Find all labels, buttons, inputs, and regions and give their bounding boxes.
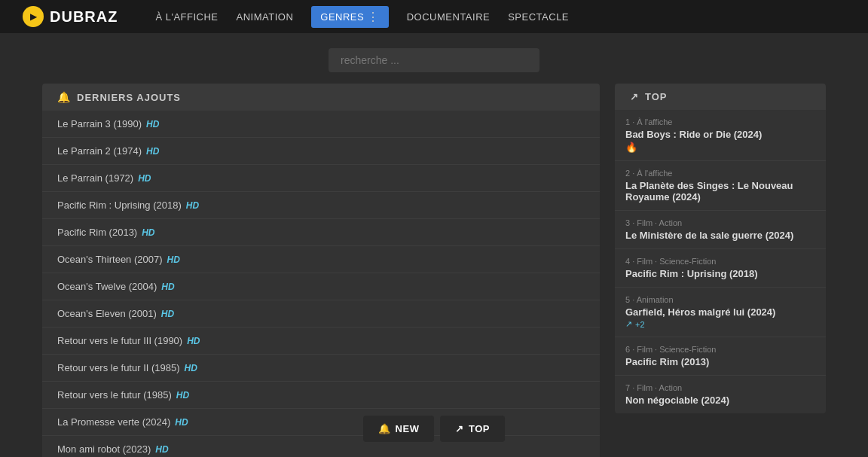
hd-badge: HD <box>176 390 189 401</box>
derniers-ajouts-title: DERNIERS AJOUTS <box>77 92 181 103</box>
nav-link-affiche[interactable]: À L'AFFICHE <box>155 11 218 23</box>
list-item[interactable]: Ocean's Eleven (2001) HD <box>42 300 600 328</box>
hd-badge: HD <box>161 282 174 292</box>
top-item-meta: 5 · Animation <box>625 295 815 304</box>
bell-icon: 🔔 <box>57 91 71 103</box>
trend-icon-sticky: ↗ <box>455 423 464 434</box>
movie-title: Retour vers le futur III (1990) <box>57 335 182 346</box>
top-list-item[interactable]: 2 · À l'affiche La Planète des Singes : … <box>615 161 826 211</box>
list-item[interactable]: La Promesse verte (2024) HD <box>42 409 600 436</box>
hd-badge: HD <box>138 173 151 184</box>
movie-title: Retour vers le futur (1985) <box>57 389 172 401</box>
sticky-bottom-bar: 🔔 NEW ↗ TOP <box>363 416 505 442</box>
movie-title: Mon ami robot (2023) <box>57 443 151 455</box>
derniers-ajouts-section: 🔔 DERNIERS AJOUTS Le Parrain 3 (1990) HD… <box>42 84 600 457</box>
top-item-title: Non négociable (2024) <box>625 395 815 406</box>
top-item-meta: 6 · Film · Science-Fiction <box>625 345 815 354</box>
navbar: DUBRAZ À L'AFFICHE ANIMATION GENRES ⋮ DO… <box>0 0 868 33</box>
search-bar-wrapper <box>0 33 868 84</box>
hd-badge: HD <box>146 119 159 129</box>
top-list-item[interactable]: 6 · Film · Science-Fiction Pacific Rim (… <box>615 337 826 376</box>
top-item-title: Pacific Rim (2013) <box>625 356 815 367</box>
hd-badge: HD <box>175 417 188 428</box>
hd-badge: HD <box>142 227 154 238</box>
trending-icon: ↗ <box>630 91 639 102</box>
sticky-new-button[interactable]: 🔔 NEW <box>363 416 434 442</box>
hd-badge: HD <box>161 309 174 319</box>
list-item[interactable]: Retour vers le futur II (1985) HD <box>42 355 600 382</box>
top-item-title: La Planète des Singes : Le Nouveau Royau… <box>625 180 815 203</box>
hd-badge: HD <box>167 254 180 265</box>
list-item[interactable]: Pacific Rim : Uprising (2018) HD <box>42 192 600 219</box>
movie-list: Le Parrain 3 (1990) HDLe Parrain 2 (1974… <box>42 111 600 457</box>
movie-title: Le Parrain 2 (1974) <box>57 145 142 157</box>
nav-link-documentaire[interactable]: DOCUMENTAIRE <box>407 11 490 23</box>
top-label: TOP <box>469 423 490 434</box>
list-item[interactable]: Pacific Rim (2013) HD <box>42 219 600 246</box>
main-content: 🔔 DERNIERS AJOUTS Le Parrain 3 (1990) HD… <box>20 84 848 457</box>
movie-title: Pacific Rim : Uprising (2018) <box>57 200 182 211</box>
new-label: NEW <box>396 423 420 434</box>
top-list-item[interactable]: 5 · Animation Garfield, Héros malgré lui… <box>615 288 826 337</box>
movie-title: Retour vers le futur II (1985) <box>57 362 180 373</box>
hd-badge: HD <box>155 444 168 455</box>
top-list-item[interactable]: 4 · Film · Science-Fiction Pacific Rim :… <box>615 249 826 288</box>
top-item-title: Pacific Rim : Uprising (2018) <box>625 268 815 279</box>
movie-title: Ocean's Thirteen (2007) <box>57 254 163 265</box>
nav-link-spectacle[interactable]: SPECTACLE <box>508 11 569 23</box>
list-item[interactable]: Mon ami robot (2023) HD <box>42 436 600 457</box>
top-item-meta: 7 · Film · Action <box>625 383 815 392</box>
list-item[interactable]: Ocean's Thirteen (2007) HD <box>42 246 600 273</box>
bell-icon-sticky: 🔔 <box>378 423 391 434</box>
nav-link-genres[interactable]: GENRES ⋮ <box>311 6 388 28</box>
sticky-top-button[interactable]: ↗ TOP <box>440 416 505 442</box>
top-title: TOP <box>645 91 668 102</box>
logo-icon <box>23 6 44 27</box>
nav-link-animation[interactable]: ANIMATION <box>237 11 294 23</box>
top-item-meta: 4 · Film · Science-Fiction <box>625 257 815 266</box>
top-list: 1 · À l'affiche Bad Boys : Ride or Die (… <box>615 110 826 413</box>
hd-badge: HD <box>146 146 159 157</box>
list-item[interactable]: Ocean's Twelve (2004) HD <box>42 273 600 300</box>
top-list-item[interactable]: 7 · Film · Action Non négociable (2024) <box>615 376 826 413</box>
list-item[interactable]: Le Parrain (1972) HD <box>42 165 600 192</box>
movie-title: Ocean's Twelve (2004) <box>57 281 157 292</box>
top-item-title: Garfield, Héros malgré lui (2024) <box>625 306 815 318</box>
trend-icon: ↗ <box>625 319 632 329</box>
fire-badge: 🔥 <box>625 142 815 153</box>
top-header: ↗ TOP <box>615 84 826 110</box>
movie-title: La Promesse verte (2024) <box>57 416 170 428</box>
logo[interactable]: DUBRAZ <box>23 6 118 27</box>
movie-title: Ocean's Eleven (2001) <box>57 308 157 319</box>
hd-badge: HD <box>185 363 197 373</box>
logo-text: DUBRAZ <box>50 8 118 26</box>
nav-links: À L'AFFICHE ANIMATION GENRES ⋮ DOCUMENTA… <box>155 6 569 28</box>
movie-title: Le Parrain 3 (1990) <box>57 118 142 129</box>
top-item-meta: 2 · À l'affiche <box>625 169 815 178</box>
top-item-title: Le Ministère de la sale guerre (2024) <box>625 230 815 241</box>
list-item[interactable]: Le Parrain 2 (1974) HD <box>42 138 600 165</box>
list-item[interactable]: Le Parrain 3 (1990) HD <box>42 111 600 138</box>
top-item-meta: 3 · Film · Action <box>625 218 815 227</box>
top-item-title: Bad Boys : Ride or Die (2024) <box>625 129 815 140</box>
search-input[interactable] <box>329 48 539 72</box>
movie-title: Le Parrain (1972) <box>57 172 133 184</box>
list-item[interactable]: Retour vers le futur (1985) HD <box>42 382 600 409</box>
top-item-meta: 1 · À l'affiche <box>625 117 815 126</box>
hd-badge: HD <box>187 336 200 346</box>
movie-title: Pacific Rim (2013) <box>57 227 137 238</box>
top-section: ↗ TOP 1 · À l'affiche Bad Boys : Ride or… <box>615 84 826 457</box>
genres-dots-icon: ⋮ <box>367 10 380 24</box>
trend-badge: ↗+2 <box>625 319 815 329</box>
top-list-item[interactable]: 1 · À l'affiche Bad Boys : Ride or Die (… <box>615 110 826 161</box>
hd-badge: HD <box>186 200 199 211</box>
derniers-ajouts-header: 🔔 DERNIERS AJOUTS <box>42 84 600 111</box>
list-item[interactable]: Retour vers le futur III (1990) HD <box>42 328 600 355</box>
top-list-item[interactable]: 3 · Film · Action Le Ministère de la sal… <box>615 211 826 249</box>
